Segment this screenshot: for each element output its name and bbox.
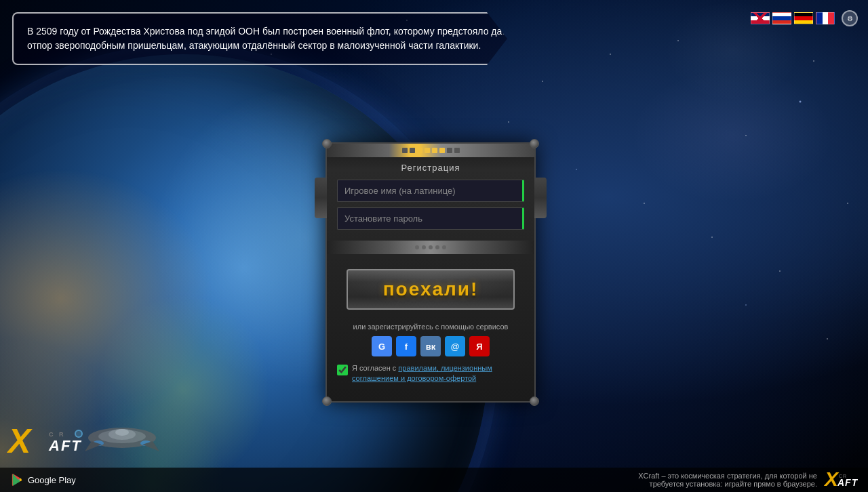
bottom-right: XCraft – это космическая стратегия, для … bbox=[627, 467, 858, 493]
lang-french[interactable] bbox=[816, 12, 835, 24]
google-play-label: Google Play bbox=[28, 475, 76, 485]
deco-dot-4 bbox=[425, 148, 430, 153]
screw-bottom-left bbox=[322, 396, 332, 406]
language-bar: ⚙ bbox=[751, 10, 858, 26]
spaceship-image bbox=[81, 411, 163, 458]
intro-text-box: В 2509 году от Рождества Христова под эг… bbox=[12, 12, 528, 65]
panel-title: Регистрация bbox=[327, 157, 534, 180]
svg-text:X: X bbox=[7, 424, 33, 460]
deco-dot-6 bbox=[439, 148, 445, 153]
social-mail-button[interactable]: @ bbox=[445, 336, 465, 356]
xcraft-logo-svg: X bbox=[7, 424, 54, 462]
social-label: или зарегистрируйтесь с помощью сервисов bbox=[337, 323, 524, 331]
screw-bottom-right bbox=[530, 396, 539, 406]
google-play-icon bbox=[10, 473, 24, 487]
deco-dot-7 bbox=[447, 148, 452, 153]
panel-side-right bbox=[534, 178, 547, 218]
username-input[interactable] bbox=[337, 180, 524, 202]
lang-russian[interactable] bbox=[772, 12, 791, 24]
intro-text: В 2509 году от Рождества Христова под эг… bbox=[27, 26, 511, 51]
agree-text: Я согласен с правилами, лицензионным сог… bbox=[352, 363, 524, 384]
svg-point-3 bbox=[115, 429, 129, 436]
password-input[interactable] bbox=[337, 207, 524, 230]
panel-separator bbox=[327, 241, 534, 254]
registration-panel: Регистрация поехали! или зарегистрируйте… bbox=[326, 142, 536, 403]
social-vk-button[interactable]: вк bbox=[420, 336, 441, 356]
agree-checkbox[interactable] bbox=[337, 365, 348, 375]
social-section: или зарегистрируйтесь с помощью сервисов… bbox=[327, 323, 534, 356]
deco-dot-1 bbox=[402, 148, 408, 153]
screw-top-right bbox=[530, 139, 539, 148]
agree-section: Я согласен с правилами, лицензионным сог… bbox=[327, 356, 534, 388]
deco-dot-8 bbox=[454, 148, 460, 153]
xcraft-logo: X C R AFT bbox=[7, 424, 82, 462]
panel-inputs bbox=[327, 180, 534, 235]
svg-text:AFT: AFT bbox=[837, 477, 858, 488]
footer-text: XCraft – это космическая стратегия, для … bbox=[627, 472, 817, 488]
xcraft-logo-bottom: X CR AFT bbox=[824, 467, 858, 493]
deco-dot-5 bbox=[432, 148, 437, 153]
social-google-button[interactable]: G bbox=[372, 336, 392, 356]
submit-button-inner: поехали! bbox=[347, 269, 515, 310]
bottom-bar: Google Play XCraft – это космическая стр… bbox=[0, 468, 868, 492]
google-play-button[interactable]: Google Play bbox=[10, 473, 76, 487]
deco-dot-2 bbox=[410, 148, 415, 153]
panel-top-decoration bbox=[327, 144, 534, 157]
screw-top-left bbox=[322, 139, 332, 148]
lang-english[interactable] bbox=[751, 12, 770, 24]
social-facebook-button[interactable]: f bbox=[396, 336, 416, 356]
submit-button[interactable]: поехали! bbox=[337, 260, 524, 319]
deco-dot-3 bbox=[417, 148, 422, 153]
social-icons: G f вк @ Я bbox=[337, 336, 524, 356]
settings-button[interactable]: ⚙ bbox=[842, 10, 858, 26]
social-yandex-button[interactable]: Я bbox=[469, 336, 490, 356]
lang-german[interactable] bbox=[794, 12, 813, 24]
panel-side-left bbox=[315, 178, 327, 218]
submit-button-label: поехали! bbox=[383, 279, 479, 300]
